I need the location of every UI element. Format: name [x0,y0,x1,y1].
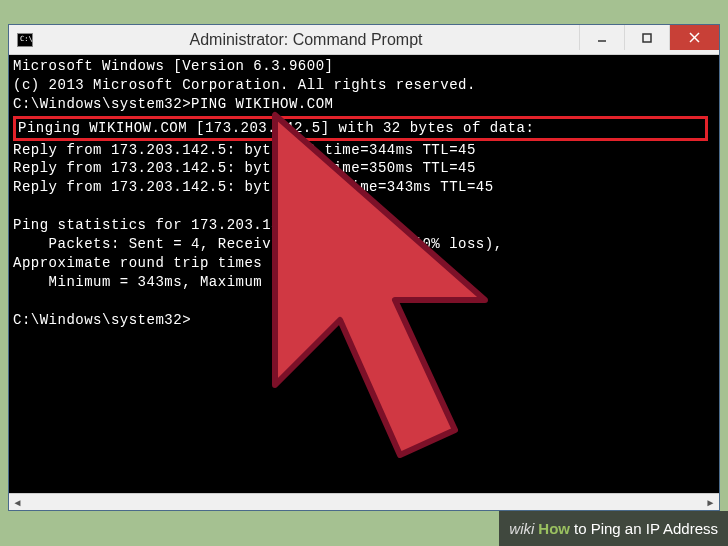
reply-line: Reply from 173.203.142.5: byte time=343m… [13,178,715,197]
stats-line: Ping statistics for 173.203.14 [13,216,715,235]
svg-rect-1 [643,34,651,42]
blank-line [13,197,715,216]
close-button[interactable] [669,25,719,50]
maximize-button[interactable] [624,25,669,50]
minimize-button[interactable] [579,25,624,50]
titlebar[interactable]: C:\ Administrator: Command Prompt [9,25,719,55]
copyright-line: (c) 2013 Microsoft Corporation. All righ… [13,76,715,95]
version-line: Microsoft Windows [Version 6.3.9600] [13,57,715,76]
pinging-line: Pinging WIKIHOW.COM [173.203.142.5] with… [16,119,705,138]
command-prompt-window: C:\ Administrator: Command Prompt Micros… [8,24,720,511]
terminal-output[interactable]: Microsoft Windows [Version 6.3.9600] (c)… [9,55,719,493]
brand-suffix: How [538,520,570,537]
horizontal-scrollbar[interactable]: ◄ ► [9,493,719,510]
reply-line: Reply from 173.203.142.5: byte 2 time=35… [13,159,715,178]
reply-line: Reply from 173.203.142.5: byte =32 time=… [13,141,715,160]
window-title: Administrator: Command Prompt [33,31,579,49]
caption-bar: wikiHow to Ping an IP Address [499,511,728,546]
highlighted-output: Pinging WIKIHOW.COM [173.203.142.5] with… [13,116,708,141]
cmd-icon: C:\ [17,33,33,47]
stats-line: Minimum = 343ms, Maximum = e = 346ms [13,273,715,292]
stats-line: Packets: Sent = 4, Receive t = 0 (0% los… [13,235,715,254]
window-controls [579,25,719,54]
prompt-line: C:\Windows\system32> [13,311,715,330]
blank-line [13,292,715,311]
command-line: C:\Windows\system32>PING WIKIHOW.COM [13,95,715,114]
scroll-left-icon[interactable]: ◄ [9,494,26,511]
scroll-right-icon[interactable]: ► [702,494,719,511]
stats-line: Approximate round trip times i nds: [13,254,715,273]
brand-prefix: wiki [509,520,534,537]
caption-text: to Ping an IP Address [574,520,718,537]
